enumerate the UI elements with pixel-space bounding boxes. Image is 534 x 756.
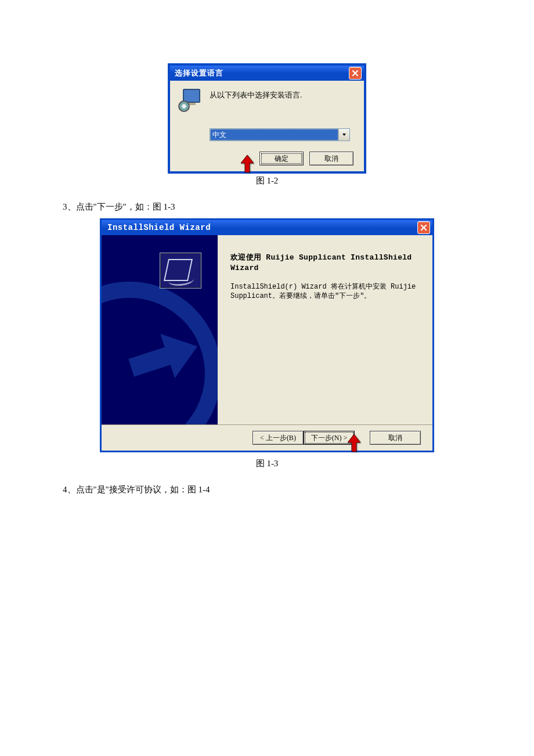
language-select[interactable]: 中文: [210, 128, 350, 141]
chevron-down-icon[interactable]: [338, 129, 349, 141]
dialog-message: 从以下列表中选择安装语言.: [210, 89, 302, 100]
wizard-body-text: InstallShield(r) Wizard 将在计算机中安装 Ruijie …: [230, 282, 418, 301]
language-select-dialog: 选择设置语言 从以下列表中选择安装语言. 中文: [168, 64, 366, 173]
figure-caption-1: 图 1-2: [0, 175, 534, 186]
wizard-dialog: 欢迎使用 Ruijie Supplicant InstallShield Wiz…: [100, 235, 434, 452]
cancel-button[interactable]: 取消: [370, 431, 421, 445]
language-select-value: 中文: [210, 129, 338, 141]
close-icon[interactable]: [417, 221, 430, 234]
step-4-text: 4、点击"是"接受许可协议，如：图 1-4: [0, 484, 534, 495]
wizard-titlebar: InstallShield Wizard: [100, 218, 434, 235]
pointer-arrow-icon: [241, 155, 254, 172]
cancel-button[interactable]: 取消: [309, 152, 353, 165]
wizard-heading: 欢迎使用 Ruijie Supplicant InstallShield Wiz…: [230, 253, 418, 273]
setup-icon: [178, 89, 201, 112]
figure-caption-2: 图 1-3: [0, 458, 534, 469]
next-button[interactable]: 下一步(N) >: [304, 431, 355, 445]
wizard-title: InstallShield Wizard: [107, 223, 211, 232]
step-3-text: 3、点击"下一步"，如：图 1-3: [0, 201, 534, 213]
dialog-title: 选择设置语言: [175, 68, 223, 78]
dialog-titlebar: 选择设置语言: [170, 66, 364, 81]
wizard-sidebar-graphic: [102, 235, 218, 424]
close-icon[interactable]: [349, 67, 362, 80]
ok-button[interactable]: 确定: [259, 152, 304, 165]
back-button[interactable]: < 上一步(B): [252, 431, 304, 445]
